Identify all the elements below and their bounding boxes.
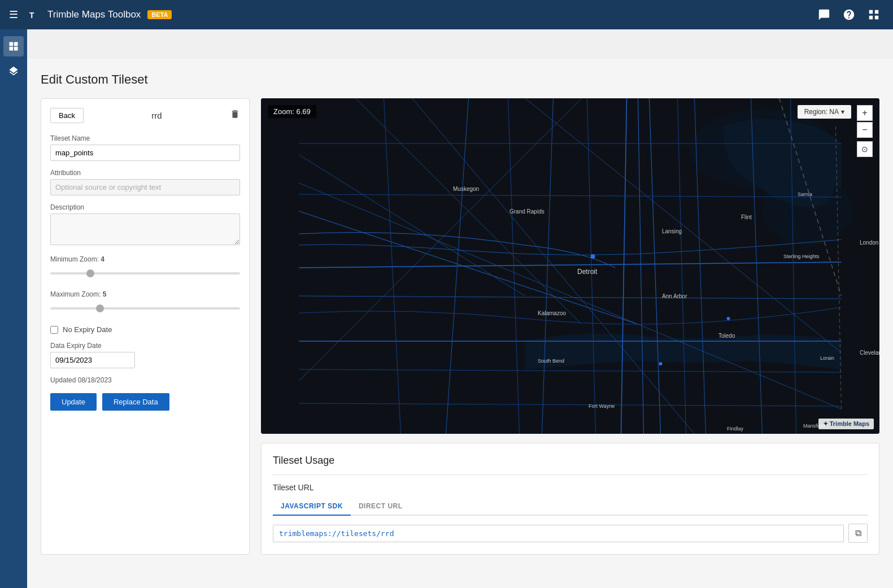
svg-line-18: [299, 98, 582, 381]
update-button[interactable]: Update: [50, 393, 97, 411]
expiry-date-label: Data Expiry Date: [50, 342, 240, 350]
svg-line-13: [542, 98, 554, 434]
max-zoom-group: Maximum Zoom: 5: [50, 290, 240, 317]
topnav: ☰ T Trimble Maps Toolbox BETA: [0, 0, 893, 29]
map-controls: + − ⊙: [857, 105, 873, 157]
updated-text: Updated 08/18/2023: [50, 376, 240, 384]
city-label-findlay: Findlay: [727, 426, 743, 432]
tileset-name-group: Tileset Name: [50, 134, 240, 161]
tileset-name-display: rrd: [88, 111, 225, 120]
city-label-cleveland: Cleveland: [860, 350, 879, 356]
left-panel: Back rrd Tileset Name Attribution Descri…: [41, 98, 250, 555]
city-label-detroit: Detroit: [577, 268, 597, 276]
map-container[interactable]: Muskegon Grand Rapids Lansing Flint Sarn…: [261, 98, 879, 434]
trimble-maps-logo: ✦ Trimble Maps: [818, 419, 874, 429]
sidebar-icon-layers[interactable]: [3, 61, 24, 81]
region-label: Region: NA: [804, 108, 839, 116]
tab-direct-url[interactable]: DIRECT URL: [351, 498, 411, 516]
max-zoom-label: Maximum Zoom: 5: [50, 290, 240, 298]
tab-javascript-sdk[interactable]: JAVASCRIPT SDK: [273, 498, 351, 516]
city-label-kalamazoo: Kalamazoo: [538, 310, 566, 316]
attribution-input[interactable]: [50, 179, 240, 195]
svg-line-22: [508, 98, 520, 434]
url-tabs: JAVASCRIPT SDK DIRECT URL: [273, 498, 868, 516]
tileset-name-input[interactable]: [50, 145, 240, 161]
city-label-fort-wayne: Fort Wayne: [589, 403, 615, 409]
grid-icon-btn[interactable]: [864, 5, 884, 25]
grid-sidebar-icon: [8, 41, 19, 52]
map-svg: [261, 98, 879, 434]
page-title: Edit Custom Tileset: [41, 72, 879, 87]
expiry-date-group: Data Expiry Date: [50, 342, 240, 368]
city-label-london: London: [860, 239, 878, 246]
hamburger-icon[interactable]: ☰: [9, 8, 18, 21]
updated-date: 08/18/2023: [78, 376, 112, 384]
app-logo: T Trimble Maps Toolbox BETA: [27, 6, 172, 24]
delete-icon[interactable]: [230, 109, 240, 122]
help-icon: [843, 8, 855, 21]
city-label-lorain: Lorain: [820, 355, 834, 361]
usage-section-title: Tileset Usage: [273, 455, 868, 467]
two-col-layout: Back rrd Tileset Name Attribution Descri…: [41, 98, 879, 555]
min-zoom-group: Minimum Zoom: 4: [50, 255, 240, 282]
chat-icon-btn[interactable]: [814, 5, 834, 25]
min-zoom-label: Minimum Zoom: 4: [50, 255, 240, 263]
min-zoom-slider[interactable]: [50, 272, 240, 275]
tileset-usage-section: Tileset Usage Tileset URL JAVASCRIPT SDK…: [261, 443, 879, 555]
action-buttons: Update Replace Data: [50, 393, 240, 411]
layers-sidebar-icon: [8, 66, 19, 77]
attribution-group: Attribution: [50, 169, 240, 195]
description-group: Description: [50, 203, 240, 247]
app-title: Trimble Maps Toolbox: [47, 9, 141, 20]
zoom-badge: Zoom: 6.69: [268, 105, 316, 118]
city-label-south-bend: South Bend: [538, 358, 564, 364]
svg-line-11: [299, 296, 842, 299]
chevron-down-icon: ▾: [841, 108, 844, 116]
back-button[interactable]: Back: [50, 108, 84, 123]
max-zoom-slider[interactable]: [50, 307, 240, 310]
sidebar-icon-grid[interactable]: [3, 36, 24, 56]
svg-line-20: [299, 183, 842, 409]
svg-line-21: [384, 98, 401, 434]
city-label-toledo: Toledo: [718, 333, 735, 339]
help-icon-btn[interactable]: [839, 5, 859, 25]
description-textarea[interactable]: [50, 214, 240, 245]
svg-text:T: T: [29, 11, 34, 20]
description-label: Description: [50, 203, 240, 211]
city-label-muskegon: Muskegon: [453, 186, 479, 192]
zoom-out-button[interactable]: −: [857, 122, 873, 138]
tileset-name-label: Tileset Name: [50, 134, 240, 142]
no-expiry-row: No Expiry Date: [50, 325, 240, 334]
city-label-flint: Flint: [741, 214, 752, 220]
url-display-row: trimblemaps://tilesets/rrd ⧉: [273, 524, 868, 543]
trash-icon: [230, 109, 240, 119]
svg-line-23: [587, 98, 596, 434]
zoom-in-button[interactable]: +: [857, 105, 873, 121]
city-label-sterling-heights: Sterling Heights: [783, 254, 820, 259]
grid-icon: [868, 8, 880, 21]
no-expiry-label[interactable]: No Expiry Date: [63, 325, 112, 334]
copy-url-button[interactable]: ⧉: [848, 524, 868, 543]
replace-data-button[interactable]: Replace Data: [102, 393, 169, 411]
no-expiry-checkbox[interactable]: [50, 326, 58, 334]
svg-point-32: [591, 254, 595, 259]
min-zoom-value: 4: [101, 255, 104, 263]
max-zoom-value: 5: [103, 290, 107, 298]
compass-button[interactable]: ⊙: [857, 141, 873, 157]
city-label-grand-rapids: Grand Rapids: [509, 208, 544, 215]
city-label-lansing: Lansing: [662, 228, 682, 234]
svg-line-9: [638, 98, 644, 434]
city-label-ann-arbor: Ann Arbor: [662, 293, 687, 299]
chat-icon: [818, 8, 830, 21]
url-section-title: Tileset URL: [273, 483, 868, 492]
svg-line-5: [299, 262, 842, 268]
panel-header: Back rrd: [50, 108, 240, 123]
topnav-icons: [814, 5, 884, 25]
main-content: Edit Custom Tileset Back rrd Tileset Nam…: [27, 59, 893, 588]
region-button[interactable]: Region: NA ▾: [798, 105, 851, 119]
expiry-date-input[interactable]: [50, 352, 135, 368]
svg-line-29: [299, 403, 842, 406]
city-label-sarnia: Sarnia: [798, 191, 812, 197]
svg-line-24: [678, 98, 686, 434]
left-sidebar: [0, 29, 27, 588]
